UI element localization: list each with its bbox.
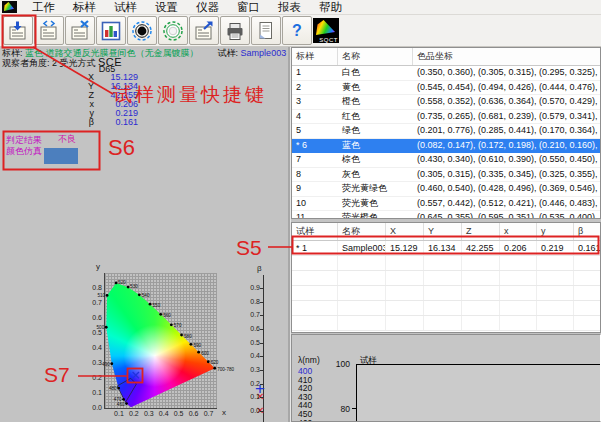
sample-x: 0.206 xyxy=(500,241,537,255)
samples-empty-row[interactable] xyxy=(292,301,600,316)
y-axis-tick: 0.6 xyxy=(86,314,102,322)
white-calibration-icon xyxy=(162,20,184,42)
beta-tick-mark xyxy=(260,315,264,316)
sample-delete-button[interactable] xyxy=(65,16,95,45)
y-axis-tick: 0.1 xyxy=(86,389,102,397)
locus-dot xyxy=(110,362,113,365)
x-axis-tick: 0.6 xyxy=(186,410,202,418)
standard-no: 8 xyxy=(292,168,338,182)
list-angle-brackets-icon xyxy=(38,20,60,42)
standard-name: 橙色 xyxy=(338,95,413,109)
beta-axis-label: β xyxy=(257,265,262,273)
standards-row[interactable]: 5绿色(0.201, 0.776), (0.285, 0.441), (0.17… xyxy=(292,124,600,139)
printer-icon xyxy=(224,20,246,42)
samples-table: 试样名称XYZxyβ * 1Sample00315.12916.13442.25… xyxy=(291,222,601,333)
list-download-icon xyxy=(7,20,29,42)
standards-row[interactable]: 10荧光黄色(0.557, 0.442), (0.512, 0.421), (0… xyxy=(292,197,600,212)
standards-row[interactable]: 4红色(0.735, 0.265), (0.681, 0.239), (0.57… xyxy=(292,110,600,125)
s7-annotation: S7 xyxy=(44,363,70,387)
col-standard-no: 标样 xyxy=(292,48,338,65)
standards-row[interactable]: * 6蓝色(0.082, 0.147), (0.172, 0.198), (0.… xyxy=(292,139,600,154)
x-axis-tick: 0.4 xyxy=(156,410,172,418)
locus-label: 530 xyxy=(130,284,138,289)
locus-dot xyxy=(180,334,183,337)
menu-item-6[interactable]: 窗口 xyxy=(228,0,269,15)
locus-label: 590 xyxy=(193,343,201,348)
x-axis-tick: 0.3 xyxy=(141,410,157,418)
standard-no: 5 xyxy=(292,124,338,138)
standards-row[interactable]: 7棕色(0.430, 0.340), (0.610, 0.390), (0.55… xyxy=(292,153,600,168)
black-calibration-button[interactable] xyxy=(127,16,157,45)
help-icon: ? xyxy=(292,23,302,39)
chromaticity-plot: 4604704804905005105205305405505605705805… xyxy=(104,273,217,409)
standard-no: 9 xyxy=(292,182,338,196)
standards-row[interactable]: 8灰色(0.305, 0.315), (0.335, 0.345), (0.32… xyxy=(292,168,600,183)
standards-row[interactable]: 1白色(0.350, 0.360), (0.305, 0.315), (0.29… xyxy=(292,66,600,81)
print-preview-button[interactable] xyxy=(251,16,281,45)
standard-name: 荧光黄绿色 xyxy=(338,182,413,196)
list-export-icon xyxy=(193,20,215,42)
standard-coords: (0.305, 0.315), (0.335, 0.345), (0.325, … xyxy=(413,168,600,182)
standard-name: 蓝色 xyxy=(338,139,413,153)
empty-cell xyxy=(386,271,424,285)
print-button[interactable] xyxy=(220,16,250,45)
standard-no: 4 xyxy=(292,110,338,124)
bar-chart-icon xyxy=(100,20,122,42)
locus-dot xyxy=(122,398,125,401)
list-delete-x-icon xyxy=(69,20,91,42)
sqct-main-window: 工作标样试样设置仪器窗口报表帮助 ? SQCT 标样: 蓝色 道路交通反光膜昼间… xyxy=(0,0,601,422)
empty-cell xyxy=(424,316,462,330)
menu-item-4[interactable]: 设置 xyxy=(146,0,187,15)
empty-cell xyxy=(574,301,600,315)
standards-row[interactable]: 2黄色(0.545, 0.454), (0.494, 0.426), (0.44… xyxy=(292,81,600,96)
beta-tick-mark xyxy=(260,302,264,303)
menu-item-8[interactable]: 帮助 xyxy=(310,0,351,15)
x-axis-tick: 0.5 xyxy=(171,410,187,418)
y-axis-label: y xyxy=(96,263,100,271)
spectral-ytick-100: 100 xyxy=(332,359,350,369)
empty-cell xyxy=(500,316,537,330)
white-calibration-button[interactable] xyxy=(158,16,188,45)
export-data-button[interactable] xyxy=(189,16,219,45)
help-button[interactable]: ? xyxy=(282,16,312,45)
locus-dot xyxy=(159,313,162,316)
standard-coords: (0.430, 0.340), (0.610, 0.390), (0.550, … xyxy=(413,153,600,167)
empty-cell xyxy=(424,301,462,315)
sample-X: 15.129 xyxy=(386,241,424,255)
s5-annotation: S5 xyxy=(236,236,262,260)
samples-empty-row[interactable] xyxy=(292,256,600,271)
locus-dot xyxy=(213,367,216,370)
samples-col-3: X xyxy=(386,223,424,240)
x-axis-label: x xyxy=(222,409,226,417)
locus-label: 480 xyxy=(109,386,117,391)
spectral-chart-area xyxy=(356,364,601,422)
empty-cell xyxy=(338,286,386,300)
menu-item-2[interactable]: 标样 xyxy=(64,0,105,15)
gamut-blob xyxy=(4,2,14,11)
standards-row[interactable]: 9荧光黄绿色(0.460, 0.540), (0.428, 0.496), (0… xyxy=(292,182,600,197)
menu-item-5[interactable]: 仪器 xyxy=(187,0,228,15)
menu-item-7[interactable]: 报表 xyxy=(269,0,310,15)
tristimulus-block: X15.129Y16.134Z42.255x0.206y0.219β0.161 xyxy=(78,73,138,127)
menu-item-1[interactable]: 工作 xyxy=(23,0,64,15)
standards-row[interactable]: 3橙色(0.558, 0.352), (0.636, 0.364), (0.57… xyxy=(292,95,600,110)
sample-measure-button[interactable] xyxy=(3,16,33,45)
standard-no: 2 xyxy=(292,81,338,95)
samples-empty-row[interactable] xyxy=(292,271,600,286)
standard-coords: (0.201, 0.776), (0.285, 0.441), (0.170, … xyxy=(413,124,600,138)
locus-dot xyxy=(189,343,192,346)
samples-empty-row[interactable] xyxy=(292,316,600,331)
standards-row[interactable]: 11荧光橙色(0.645, 0.355), (0.595, 0.351), (0… xyxy=(292,211,600,219)
spectral-panel: λ(nm) 试样 40028.41741034.46442036.3004303… xyxy=(291,334,601,422)
samples-row[interactable]: * 1Sample00315.12916.13442.2550.2060.219… xyxy=(292,241,600,256)
menu-item-3[interactable]: 试样 xyxy=(105,0,146,15)
chart-view-button[interactable] xyxy=(96,16,126,45)
standard-navigate-button[interactable] xyxy=(34,16,64,45)
standard-name: 黄色 xyxy=(338,81,413,95)
samples-col-7: y xyxy=(537,223,574,240)
page-icon xyxy=(255,20,277,42)
standard-no: 10 xyxy=(292,197,338,211)
samples-empty-row[interactable] xyxy=(292,286,600,301)
beta-tick: 0.5 xyxy=(244,339,260,347)
toolbar: ? SQCT xyxy=(0,15,601,47)
